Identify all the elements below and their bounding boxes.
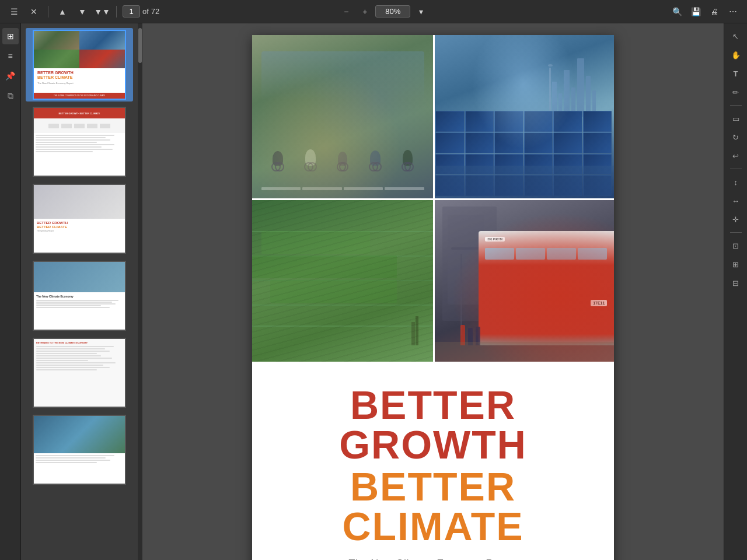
photo-grid-v-divider: [433, 35, 435, 362]
thumbnail-item-4[interactable]: The New Climate Economy: [26, 259, 133, 332]
thumbnails-panel-button[interactable]: ⊞: [2, 28, 19, 44]
annotations-button[interactable]: 📌: [2, 68, 19, 84]
zoom-in-button[interactable]: +: [357, 4, 373, 20]
photo-red-bus: 17E11 301 PIRHM: [433, 198, 614, 362]
nav-prev-button[interactable]: ▲: [54, 4, 71, 20]
unpin-icon: ✕: [30, 7, 37, 16]
photo-solar-city: [433, 35, 614, 198]
thumbnail-item-3[interactable]: BETTER GROWTH BETTER CLIMATE The Synthes…: [26, 182, 133, 256]
total-pages: 72: [151, 7, 159, 16]
rotate-icon: ↻: [732, 133, 739, 142]
chevron-down-icon: ▾: [419, 7, 423, 16]
expand-v-button[interactable]: ↕: [728, 174, 744, 190]
tool-separator-3: [730, 232, 742, 233]
pin-icon: 📌: [5, 71, 15, 80]
thumbnail-item-1[interactable]: BETTER GROWTH BETTER CLIMATE The New Cli…: [26, 28, 133, 102]
main-content: ⊞ ≡ 📌 ⧉ BETT: [0, 23, 747, 560]
thumbnail-item-5[interactable]: PATHWAYS TO THE NEW CLIMATE ECONOMY: [26, 336, 133, 410]
nav-last-icon: ▼▼: [94, 7, 110, 16]
document-subtitle: The New Climate Economy Report: [348, 558, 518, 560]
zoom-dropdown-button[interactable]: ▾: [413, 4, 429, 20]
thumbnail-item-6[interactable]: [26, 413, 133, 487]
undo-tool-button[interactable]: ↩: [728, 148, 744, 164]
component-button[interactable]: ⊡: [728, 237, 744, 254]
zoom-level-display[interactable]: 80%: [375, 5, 410, 18]
print-icon: 🖨: [710, 7, 718, 16]
zoom-out-icon: −: [344, 7, 348, 16]
page-info: 1 of 72: [123, 5, 159, 18]
more-icon: ⋯: [729, 7, 737, 16]
document-text-section: BETTER GROWTH BETTER CLIMATE The New Cli…: [252, 362, 614, 560]
panel-scroll-thumb[interactable]: [138, 28, 142, 63]
thumbnail-panel: BETTER GROWTH BETTER CLIMATE The New Cli…: [21, 23, 138, 560]
zoom-in-icon: +: [362, 7, 367, 16]
photo-grid-container: 17E11 301 PIRHM: [252, 35, 614, 362]
document-viewer[interactable]: 17E11 301 PIRHM: [142, 23, 724, 560]
pen-icon: ✏: [732, 88, 739, 97]
unpin-button[interactable]: ✕: [26, 4, 42, 20]
tool-separator-2: [730, 169, 742, 169]
toolbar-sep-2: [116, 6, 117, 18]
search-button[interactable]: 🔍: [669, 4, 685, 20]
move-icon: ✛: [732, 215, 739, 224]
layers-icon: ⧉: [8, 91, 13, 101]
group-button[interactable]: ⊞: [728, 256, 744, 272]
photo-cyclists: [252, 35, 433, 198]
align-button[interactable]: ⊟: [728, 275, 744, 291]
more-options-button[interactable]: ⋯: [725, 4, 741, 20]
top-toolbar: ☰ ✕ ▲ ▼ ▼▼ 1 of 72 − + 80% ▾ 🔍 💾: [0, 0, 747, 23]
title-line-1: BETTER GROWTH: [287, 385, 579, 464]
zoom-out-button[interactable]: −: [338, 4, 354, 20]
align-icon: ⊟: [732, 279, 739, 288]
grid-view-icon: ⊞: [7, 32, 14, 41]
component-icon: ⊡: [732, 242, 739, 250]
hand-tool-button[interactable]: ✋: [728, 47, 744, 63]
text-tool-button[interactable]: T: [728, 65, 744, 82]
save-icon: 💾: [691, 7, 701, 16]
group-icon: ⊞: [732, 260, 739, 269]
search-icon: 🔍: [672, 7, 682, 16]
thumbnail-image-2: BETTER GROWTH BETTER CLIMATE: [33, 107, 126, 177]
layers-button[interactable]: ⧉: [2, 88, 19, 104]
pen-tool-button[interactable]: ✏: [728, 84, 744, 100]
undo-icon: ↩: [732, 152, 739, 160]
cursor-icon: ↖: [732, 32, 739, 41]
thumbnail-image-1: BETTER GROWTH BETTER CLIMATE The New Cli…: [33, 30, 126, 100]
toolbar-sep-1: [48, 6, 48, 18]
save-button[interactable]: 💾: [687, 4, 704, 20]
page-of-label: of: [142, 7, 149, 16]
thumbnail-item-2[interactable]: BETTER GROWTH BETTER CLIMATE: [26, 105, 133, 178]
thumbnail-image-5: PATHWAYS TO THE NEW CLIMATE ECONOMY: [33, 338, 126, 408]
thumbnail-image-4: The New Climate Economy: [33, 261, 126, 331]
nav-last-button[interactable]: ▼▼: [94, 4, 110, 20]
right-tool-sidebar: ↖ ✋ T ✏ ▭ ↻ ↩ ↕ ↔ ✛ ⊡: [724, 23, 747, 560]
current-page-input[interactable]: 1: [123, 5, 140, 18]
nav-up-icon: ▲: [58, 7, 67, 16]
image-icon: ▭: [732, 114, 739, 123]
tool-separator-1: [730, 105, 742, 106]
hand-icon: ✋: [731, 51, 741, 60]
expand-h-button[interactable]: ↔: [728, 192, 744, 209]
text-icon: T: [734, 69, 738, 78]
title-line-2: BETTER CLIMATE: [287, 467, 579, 546]
left-icon-bar: ⊞ ≡ 📌 ⧉: [0, 23, 21, 560]
document-page: 17E11 301 PIRHM: [252, 35, 614, 560]
panel-scroll-track[interactable]: [138, 23, 142, 560]
cursor-tool-button[interactable]: ↖: [728, 28, 744, 44]
thumbnail-image-6: [33, 415, 126, 485]
sidebar-toggle-icon: ☰: [11, 7, 18, 16]
outline-panel-button[interactable]: ≡: [2, 48, 19, 64]
nav-down-icon: ▼: [78, 7, 86, 16]
thumbnail-image-3: BETTER GROWTH BETTER CLIMATE The Synthes…: [33, 184, 126, 254]
photo-rice-terraces: [252, 198, 433, 362]
move-tool-button[interactable]: ✛: [728, 211, 744, 228]
rotate-tool-button[interactable]: ↻: [728, 129, 744, 145]
print-button[interactable]: 🖨: [706, 4, 722, 20]
expand-h-icon: ↔: [732, 197, 739, 205]
sidebar-toggle-button[interactable]: ☰: [6, 4, 22, 20]
expand-v-icon: ↕: [734, 178, 738, 187]
image-tool-button[interactable]: ▭: [728, 110, 744, 127]
list-view-icon: ≡: [8, 51, 12, 61]
nav-next-button[interactable]: ▼: [74, 4, 90, 20]
